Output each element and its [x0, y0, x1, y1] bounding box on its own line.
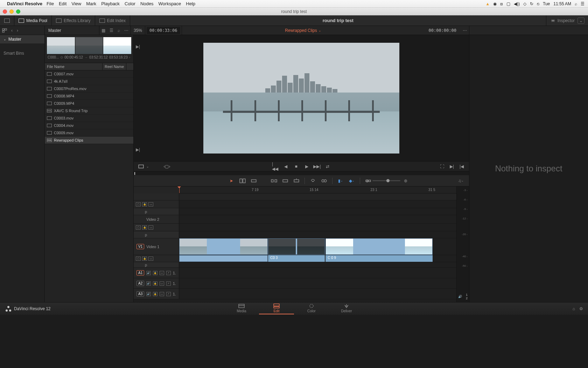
track-v2-label[interactable]: Video 2: [134, 215, 179, 223]
file-row[interactable]: C0004.mov: [45, 122, 133, 129]
menu-edit[interactable]: Edit: [59, 1, 66, 6]
options-button[interactable]: ⋯: [122, 26, 131, 35]
file-row[interactable]: C0007.mov: [45, 70, 133, 78]
page-color[interactable]: Color: [294, 303, 329, 314]
bin-list-button[interactable]: [0, 26, 9, 35]
status-nvidia-icon[interactable]: ◉: [493, 1, 497, 6]
status-display-icon[interactable]: ▢: [506, 1, 510, 6]
flag-button[interactable]: ▮⌄: [337, 178, 344, 184]
play-button[interactable]: ▶: [303, 163, 310, 170]
track-v1-p[interactable]: p: [134, 231, 179, 238]
track-a2[interactable]: A2🔊🔒▭↗1.: [134, 278, 179, 288]
link-button[interactable]: [310, 178, 316, 184]
notification-center-icon[interactable]: ☰: [581, 1, 584, 6]
page-media[interactable]: Media: [224, 303, 259, 314]
track-v1-label[interactable]: V1Video 1: [134, 238, 179, 255]
insert-button[interactable]: [271, 178, 277, 184]
settings-button[interactable]: ⚙: [579, 306, 583, 311]
file-row[interactable]: XMLRewrapped Clips: [45, 137, 133, 144]
menu-playback[interactable]: Playback: [101, 1, 120, 6]
forward-button[interactable]: ›: [15, 26, 20, 35]
spotlight-icon[interactable]: ⌕: [575, 1, 577, 6]
list-view-button[interactable]: ☰: [107, 26, 115, 35]
stop-button[interactable]: ■: [293, 163, 299, 170]
menu-nodes[interactable]: Nodes: [140, 1, 154, 6]
file-row[interactable]: C0009.mov: [45, 129, 133, 137]
mark-overlay-button[interactable]: [138, 163, 144, 170]
step-back-button[interactable]: ◀: [282, 163, 289, 170]
effects-library-button[interactable]: Effects Library: [52, 15, 95, 26]
column-reelname[interactable]: Reel Name: [103, 63, 126, 70]
track-v1-p2[interactable]: p: [134, 262, 179, 267]
menu-view[interactable]: View: [71, 1, 81, 6]
last-frame-icon[interactable]: ▶|: [136, 147, 140, 152]
clip-2[interactable]: [268, 238, 324, 255]
thumbnail-view-button[interactable]: ▦: [99, 26, 107, 35]
menu-color[interactable]: Color: [125, 1, 135, 6]
marker-button[interactable]: ◆⌄: [349, 178, 355, 184]
bin-master[interactable]: ⌄Master: [0, 35, 44, 43]
file-row[interactable]: C0003.mov: [45, 115, 133, 122]
clip-thumbnail-strip[interactable]: [47, 37, 131, 54]
track-v1-content[interactable]: [179, 238, 469, 255]
zoom-out-button[interactable]: ⊖: [364, 178, 370, 184]
go-end-button[interactable]: ▶▶|: [314, 163, 320, 170]
file-row[interactable]: C0007ProRes.mov: [45, 85, 133, 93]
zoom-in-button[interactable]: ⊕: [402, 178, 409, 184]
viewer-zoom[interactable]: 35%: [131, 28, 145, 33]
track-a3[interactable]: A3🔊🔒▭↗1.: [134, 289, 179, 299]
first-frame-icon[interactable]: ▶|: [136, 44, 140, 49]
timeline-ruler[interactable]: 7 19 15 14 23 1 31 5: [179, 186, 469, 193]
clip-1[interactable]: [179, 238, 268, 255]
chain-button[interactable]: [321, 178, 327, 184]
track-v2-controls[interactable]: ▢🔒▭: [134, 200, 179, 208]
status-time[interactable]: 11:55 AM: [553, 1, 571, 6]
column-filename[interactable]: File Name: [45, 63, 103, 70]
timeline-selector[interactable]: Rewrapped Clips⌄: [285, 28, 321, 33]
menu-mark[interactable]: Mark: [86, 1, 96, 6]
home-button[interactable]: ⌂: [573, 306, 575, 311]
breadcrumb[interactable]: Master: [45, 28, 65, 33]
close-window-button[interactable]: [3, 9, 7, 14]
playhead[interactable]: [179, 186, 180, 193]
replace-button[interactable]: [293, 178, 300, 184]
back-button[interactable]: ‹: [9, 26, 15, 35]
zoom-window-button[interactable]: [16, 9, 20, 14]
status-timemachine-icon[interactable]: ↻: [530, 1, 533, 6]
source-timecode[interactable]: 00:00:33:06: [147, 27, 180, 34]
file-row[interactable]: 4k A7sII: [45, 78, 133, 85]
clip-3[interactable]: [326, 238, 433, 255]
track-v1-controls[interactable]: ▢🔒▭: [134, 224, 179, 231]
file-row[interactable]: C0009.MP4: [45, 100, 133, 107]
trim-tool[interactable]: [239, 178, 246, 184]
selection-tool[interactable]: ➤: [228, 178, 234, 184]
status-volume-icon[interactable]: ◀)): [514, 1, 520, 6]
menu-help[interactable]: Help: [186, 1, 195, 6]
minimize-window-button[interactable]: [9, 9, 14, 14]
overwrite-button[interactable]: [282, 178, 288, 184]
page-edit[interactable]: Edit: [259, 303, 294, 314]
app-menu[interactable]: DaVinci Resolve: [7, 1, 42, 6]
audio-mixer-button[interactable]: ♫⌄: [458, 178, 464, 184]
smart-bins-header[interactable]: Smart Bins: [0, 49, 44, 57]
prev-edit-button[interactable]: |◀: [458, 163, 465, 170]
inspector-button[interactable]: Inspector: [546, 15, 575, 26]
jog-scrubber[interactable]: [134, 171, 469, 175]
viewer[interactable]: ▶| ▶|: [134, 35, 469, 161]
edit-index-button[interactable]: Edit Index: [95, 15, 130, 26]
track-v1-controls-2[interactable]: ▢🔒▭: [134, 255, 179, 262]
status-dropbox-icon[interactable]: ⧈: [500, 1, 503, 6]
next-edit-button[interactable]: ▶|: [449, 163, 455, 170]
status-warning-icon[interactable]: ▲: [485, 1, 490, 6]
menu-workspace[interactable]: Workspace: [159, 1, 181, 6]
fullscreen-button[interactable]: ⛶: [439, 163, 445, 170]
track-v2-p[interactable]: p: [134, 208, 179, 215]
track-v2-header[interactable]: [134, 193, 179, 200]
page-deliver[interactable]: Deliver: [329, 303, 364, 314]
search-button[interactable]: ⌕: [115, 26, 122, 35]
zoom-slider[interactable]: [372, 180, 400, 181]
file-row[interactable]: C0008.MP4: [45, 93, 133, 100]
razor-tool[interactable]: [251, 178, 257, 184]
status-day[interactable]: Tue: [543, 1, 550, 6]
status-wifi-icon[interactable]: ◇: [523, 1, 526, 6]
